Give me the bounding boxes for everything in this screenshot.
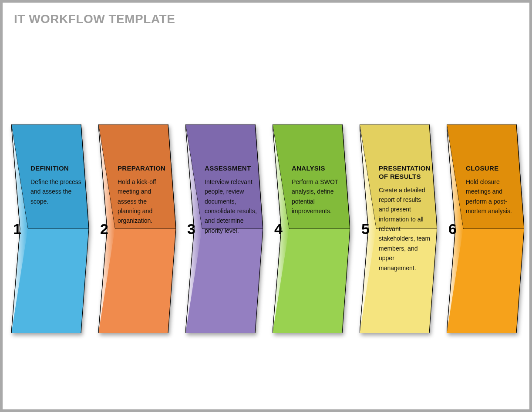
step-number: 1 (13, 221, 21, 238)
page-title: IT WORKFLOW TEMPLATE (14, 12, 518, 26)
step-content: PRESENTATION OF RESULTS Create a detaile… (379, 164, 431, 273)
step-title: PRESENTATION OF RESULTS (379, 164, 431, 181)
step-number: 4 (274, 221, 283, 238)
step-content: DEFINITION Define the process and assess… (30, 164, 83, 206)
workflow-steps: 1 DEFINITION Define the process and asse… (11, 124, 524, 333)
step-content: ASSESSMENT Interview relevant people, re… (205, 164, 257, 235)
workflow-step-1: 1 DEFINITION Define the process and asse… (11, 124, 89, 333)
step-content: PREPARATION Hold a kick-off meeting and … (118, 164, 170, 226)
workflow-step-2: 2 PREPARATION Hold a kick-off meeting an… (98, 124, 176, 333)
step-title: PREPARATION (118, 164, 170, 173)
step-number: 2 (100, 221, 108, 238)
step-title: CLOSURE (466, 164, 518, 173)
step-description: Interview relevant people, review docume… (205, 177, 257, 235)
workflow-step-6: 6 CLOSURE Hold closure meetings and perf… (447, 124, 524, 333)
step-description: Create a detailed report of results and … (379, 185, 431, 273)
step-content: ANALYSIS Perform a SWOT analysis, define… (292, 164, 344, 216)
step-number: 5 (361, 221, 370, 238)
workflow-step-5: 5 PRESENTATION OF RESULTS Create a detai… (360, 124, 437, 333)
step-description: Perform a SWOT analysis, define potentia… (292, 177, 344, 216)
step-number: 3 (187, 221, 195, 238)
page: IT WORKFLOW TEMPLATE 1 DEFINITION Define… (3, 3, 529, 409)
step-number: 6 (448, 221, 457, 238)
workflow-step-4: 4 ANALYSIS Perform a SWOT analysis, defi… (273, 124, 350, 333)
step-content: CLOSURE Hold closure meetings and perfor… (466, 164, 518, 216)
step-title: DEFINITION (30, 164, 83, 173)
step-title: ANALYSIS (292, 164, 344, 173)
step-title: ASSESSMENT (205, 164, 257, 173)
step-description: Define the process and assess the scope. (30, 177, 83, 206)
step-description: Hold a kick-off meeting and assess the p… (118, 177, 170, 226)
step-description: Hold closure meetings and perform a post… (466, 177, 518, 216)
workflow-step-3: 3 ASSESSMENT Interview relevant people, … (185, 124, 263, 333)
